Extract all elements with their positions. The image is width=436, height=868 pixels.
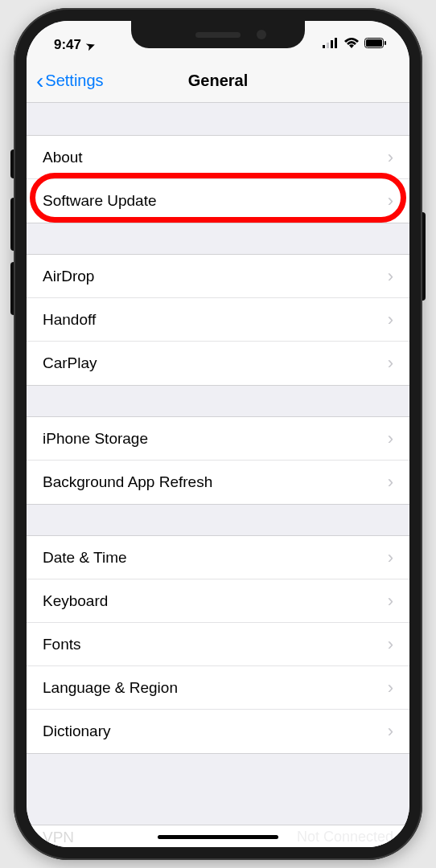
status-time: 9:47 [54,37,81,53]
chevron-left-icon: ‹ [36,68,43,94]
row-label: AirDrop [43,268,94,285]
speaker-grille [195,32,241,38]
row-label: VPN [43,829,74,846]
front-camera [257,30,266,39]
battery-icon [364,37,387,53]
section-storage: iPhone Storage › Background App Refresh … [27,416,409,505]
row-fonts[interactable]: Fonts › [27,623,409,666]
silent-switch [10,149,14,178]
chevron-right-icon: › [388,190,393,211]
svg-rect-2 [331,40,333,48]
iphone-frame: 9:47 ➤ ‹ Settings General [14,8,422,860]
chevron-right-icon: › [388,634,393,655]
chevron-right-icon: › [388,721,393,742]
page-title: General [188,72,248,90]
section-spacer [27,103,409,135]
section-spacer [27,505,409,535]
svg-rect-0 [323,45,325,48]
row-about[interactable]: About › [27,136,409,179]
row-language-region[interactable]: Language & Region › [27,666,409,710]
svg-rect-3 [335,38,337,48]
row-handoff[interactable]: Handoff › [27,298,409,342]
chevron-right-icon: › [388,428,393,449]
row-background-app-refresh[interactable]: Background App Refresh › [27,461,409,504]
row-label: Fonts [43,636,81,653]
home-indicator[interactable] [158,835,278,839]
row-label: Keyboard [43,592,108,610]
svg-rect-5 [366,39,382,47]
section-system: Date & Time › Keyboard › Fonts › Languag… [27,535,409,754]
chevron-right-icon: › [388,266,393,287]
chevron-right-icon: › [388,309,393,330]
row-label: Date & Time [43,549,127,567]
section-spacer [27,223,409,254]
status-left: 9:47 ➤ [54,37,95,53]
row-iphone-storage[interactable]: iPhone Storage › [27,417,409,461]
back-label: Settings [45,72,103,90]
row-value: Not Connected [297,829,393,845]
row-keyboard[interactable]: Keyboard › [27,579,409,623]
section-spacer [27,386,409,416]
chevron-right-icon: › [388,147,393,168]
section-spacer [27,754,409,784]
chevron-right-icon: › [388,591,393,612]
chevron-right-icon: › [388,472,393,493]
location-icon: ➤ [84,38,97,52]
row-label: Handoff [43,311,96,329]
svg-rect-1 [327,43,329,48]
row-label: CarPlay [43,354,97,372]
svg-rect-6 [385,41,386,45]
cellular-signal-icon [323,37,339,53]
row-software-update[interactable]: Software Update › [27,179,409,223]
chevron-right-icon: › [388,353,393,374]
section-connectivity: AirDrop › Handoff › CarPlay › [27,254,409,386]
nav-header: ‹ Settings General [27,59,409,103]
volume-up-button [10,198,14,251]
row-label: Background App Refresh [43,473,212,491]
notch [131,21,305,48]
row-label: iPhone Storage [43,430,148,448]
status-right [323,37,387,53]
power-button [422,212,426,301]
wifi-icon [343,37,360,53]
row-label: About [43,149,83,166]
row-carplay[interactable]: CarPlay › [27,342,409,385]
row-date-time[interactable]: Date & Time › [27,536,409,579]
content-scroll[interactable]: About › Software Update › AirDrop › Hand… [27,103,409,847]
row-label: Software Update [43,192,157,210]
volume-down-button [10,262,14,315]
chevron-right-icon: › [388,547,393,568]
chevron-right-icon: › [388,678,393,698]
screen: 9:47 ➤ ‹ Settings General [27,21,409,847]
row-dictionary[interactable]: Dictionary › [27,710,409,753]
row-label: Dictionary [43,723,110,740]
row-label: Language & Region [43,679,178,697]
row-airdrop[interactable]: AirDrop › [27,255,409,298]
section-info: About › Software Update › [27,135,409,223]
back-button[interactable]: ‹ Settings [36,68,104,94]
